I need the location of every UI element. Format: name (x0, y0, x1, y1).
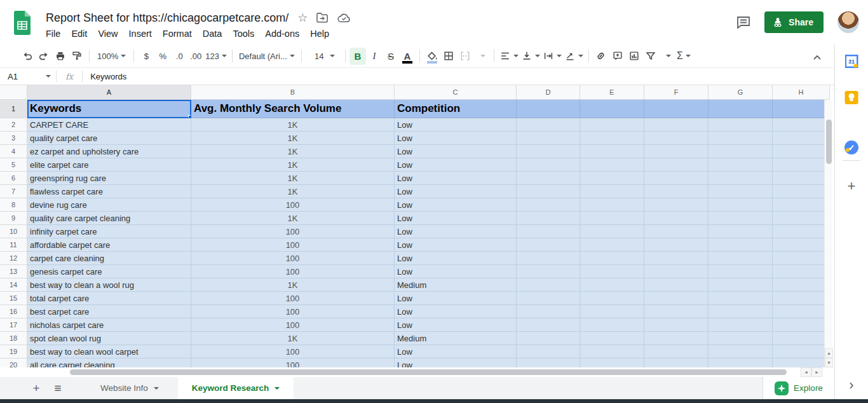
font-family-select[interactable]: Default (Ari... (236, 48, 297, 65)
cell-H18[interactable] (773, 332, 824, 345)
cell-A11[interactable]: affordable carpet care (27, 238, 191, 252)
menu-tools[interactable]: Tools (233, 29, 254, 39)
menu-add-ons[interactable]: Add-ons (265, 29, 299, 39)
cell-H12[interactable] (773, 252, 824, 265)
cell-B7[interactable]: 1K (191, 185, 395, 198)
cell-H4[interactable] (773, 145, 824, 158)
cell-D9[interactable] (517, 212, 580, 225)
cell-H9[interactable] (773, 212, 824, 225)
cell-H14[interactable] (773, 278, 824, 292)
cell-B1[interactable]: Avg. Monthly Search Volume (191, 100, 395, 118)
cell-C7[interactable]: Low (395, 185, 517, 198)
fill-color-button[interactable] (424, 48, 440, 65)
cell-D2[interactable] (517, 118, 580, 132)
cell-B9[interactable]: 1K (191, 212, 395, 225)
scroll-down-button[interactable]: ▼ (825, 358, 833, 367)
sheets-logo-icon[interactable] (13, 11, 32, 35)
cell-B17[interactable]: 100 (191, 318, 395, 332)
cell-G18[interactable] (709, 332, 773, 345)
cell-E20[interactable] (580, 359, 644, 367)
cell-F17[interactable] (644, 318, 709, 332)
scroll-left-button[interactable]: ◄ (801, 367, 811, 377)
cell-H8[interactable] (773, 198, 824, 212)
cell-H15[interactable] (773, 292, 824, 305)
collapse-toolbar-button[interactable] (809, 49, 825, 66)
cell-D20[interactable] (517, 359, 580, 367)
redo-button[interactable] (36, 48, 52, 65)
cell-C13[interactable]: Low (395, 265, 517, 278)
cell-F14[interactable] (644, 278, 709, 292)
row-header-8[interactable]: 8 (0, 198, 27, 212)
cell-F13[interactable] (644, 265, 709, 278)
cell-C19[interactable]: Low (395, 345, 517, 359)
cell-D17[interactable] (517, 318, 580, 332)
cell-C18[interactable]: Medium (395, 332, 517, 345)
row-header-18[interactable]: 18 (0, 332, 27, 345)
cell-E12[interactable] (580, 252, 644, 265)
column-header-B[interactable]: B (191, 85, 395, 100)
cell-F18[interactable] (644, 332, 709, 345)
cell-D7[interactable] (517, 185, 580, 198)
cell-G12[interactable] (709, 252, 773, 265)
row-header-7[interactable]: 7 (0, 185, 27, 198)
column-header-G[interactable]: G (709, 85, 773, 100)
cell-C9[interactable]: Low (395, 212, 517, 225)
cell-G13[interactable] (709, 265, 773, 278)
expand-side-panel-icon[interactable]: › (849, 377, 853, 393)
cell-D19[interactable] (517, 345, 580, 359)
cell-D14[interactable] (517, 278, 580, 292)
merge-cells-caret[interactable] (473, 48, 490, 65)
cell-G11[interactable] (709, 238, 773, 252)
cell-B13[interactable]: 100 (191, 265, 395, 278)
cell-B3[interactable]: 1K (191, 132, 395, 145)
italic-button[interactable]: I (366, 48, 383, 65)
row-header-5[interactable]: 5 (0, 158, 27, 172)
print-button[interactable] (52, 48, 69, 65)
menu-file[interactable]: File (46, 29, 60, 39)
cell-C12[interactable]: Low (395, 252, 517, 265)
column-header-C[interactable]: C (395, 85, 517, 100)
cell-F11[interactable] (644, 238, 709, 252)
column-header-F[interactable]: F (644, 85, 709, 100)
cell-G10[interactable] (709, 225, 773, 238)
tab-website-info[interactable]: Website Info (86, 377, 173, 399)
menu-edit[interactable]: Edit (71, 29, 87, 39)
row-header-13[interactable]: 13 (0, 265, 27, 278)
cell-G19[interactable] (709, 345, 773, 359)
zoom-select[interactable]: 100% (93, 48, 130, 65)
cell-A7[interactable]: flawless carpet care (27, 185, 191, 198)
row-header-9[interactable]: 9 (0, 212, 27, 225)
cell-D4[interactable] (517, 145, 580, 158)
cell-C2[interactable]: Low (395, 118, 517, 132)
cell-G16[interactable] (709, 305, 773, 318)
insert-chart-button[interactable] (626, 48, 642, 65)
row-header-20[interactable]: 20 (0, 359, 27, 367)
cell-G14[interactable] (709, 278, 773, 292)
cell-G20[interactable] (709, 359, 773, 367)
cell-C10[interactable]: Low (395, 225, 517, 238)
cell-C16[interactable]: Low (395, 305, 517, 318)
cell-A12[interactable]: carpet care cleaning (27, 252, 191, 265)
cell-A16[interactable]: best carpet care (27, 305, 191, 318)
cell-A8[interactable]: devine rug care (27, 198, 191, 212)
name-box[interactable]: A1 (0, 72, 56, 81)
menu-view[interactable]: View (98, 29, 118, 39)
cell-H3[interactable] (773, 132, 824, 145)
calendar-icon[interactable]: 31 (845, 55, 858, 68)
vertical-scrollbar[interactable]: ▲ ▼ (824, 100, 832, 367)
horizontal-align-button[interactable] (498, 48, 520, 65)
row-header-11[interactable]: 11 (0, 238, 27, 252)
cell-B4[interactable]: 1K (191, 145, 395, 158)
cell-C15[interactable]: Low (395, 292, 517, 305)
cell-G3[interactable] (709, 132, 773, 145)
cell-A4[interactable]: ez carpet and upholstery care (27, 145, 191, 158)
functions-button[interactable]: Σ (675, 48, 692, 65)
cell-C17[interactable]: Low (395, 318, 517, 332)
document-title[interactable]: Report Sheet for https://chicagocarpetca… (46, 11, 288, 25)
text-color-button[interactable]: A (399, 48, 416, 65)
filter-button[interactable] (642, 48, 659, 65)
cell-B10[interactable]: 100 (191, 225, 395, 238)
cell-E15[interactable] (580, 292, 644, 305)
cell-A13[interactable]: genesis carpet care (27, 265, 191, 278)
cell-F10[interactable] (644, 225, 709, 238)
